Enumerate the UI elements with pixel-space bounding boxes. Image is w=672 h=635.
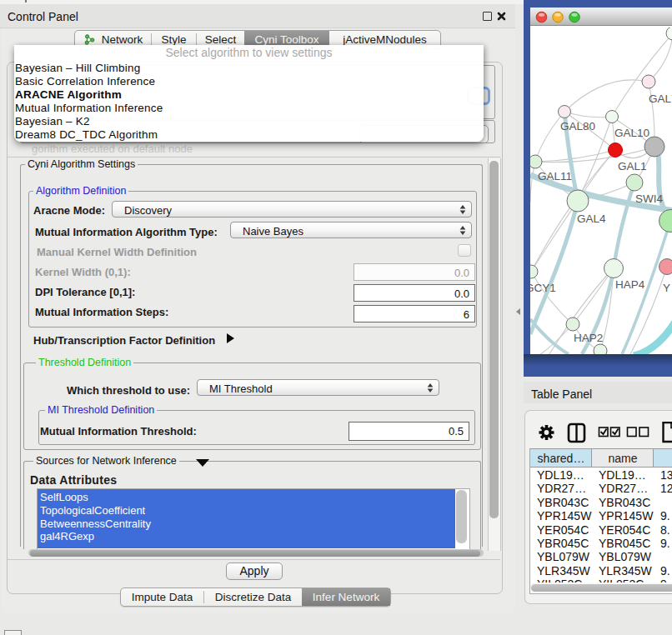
svg-text:SWI4: SWI4 bbox=[635, 192, 663, 205]
svg-text:GCY1: GCY1 bbox=[530, 282, 556, 294]
svg-text:GAL7: GAL7 bbox=[649, 92, 672, 105]
svg-text:GAL1: GAL1 bbox=[618, 160, 647, 172]
svg-text:GAL4: GAL4 bbox=[577, 212, 606, 225]
svg-text:Y: Y bbox=[663, 282, 670, 294]
svg-text:GAL11: GAL11 bbox=[538, 170, 572, 182]
svg-text:HAP2: HAP2 bbox=[574, 332, 603, 344]
svg-text:GAL80: GAL80 bbox=[560, 120, 595, 132]
svg-text:GAL10: GAL10 bbox=[614, 127, 649, 139]
svg-text:HAP4: HAP4 bbox=[615, 278, 645, 291]
